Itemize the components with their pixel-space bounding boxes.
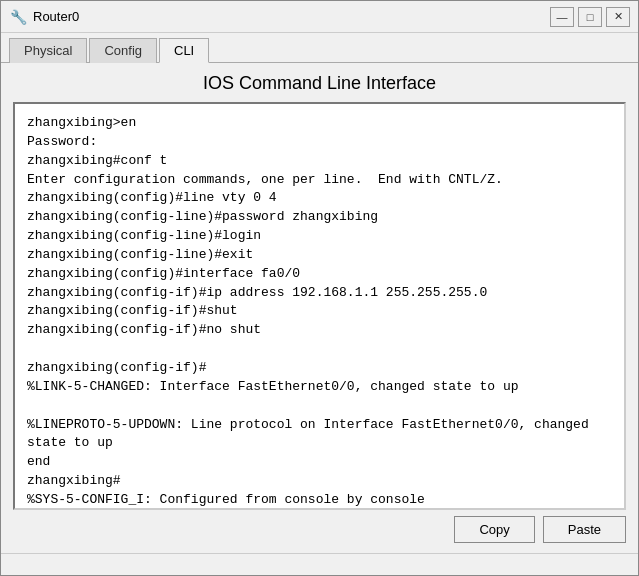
content-area: zhangxibing>en Password: zhangxibing#con… bbox=[1, 102, 638, 553]
maximize-button[interactable]: □ bbox=[578, 7, 602, 27]
main-window: 🔧 Router0 — □ ✕ Physical Config CLI IOS … bbox=[0, 0, 639, 576]
page-title: IOS Command Line Interface bbox=[1, 63, 638, 102]
tab-cli[interactable]: CLI bbox=[159, 38, 209, 63]
close-button[interactable]: ✕ bbox=[606, 7, 630, 27]
window-controls: — □ ✕ bbox=[550, 7, 630, 27]
app-icon: 🔧 bbox=[9, 8, 27, 26]
title-bar: 🔧 Router0 — □ ✕ bbox=[1, 1, 638, 33]
window-title: Router0 bbox=[33, 9, 79, 24]
copy-button[interactable]: Copy bbox=[454, 516, 534, 543]
title-bar-left: 🔧 Router0 bbox=[9, 8, 79, 26]
minimize-button[interactable]: — bbox=[550, 7, 574, 27]
button-bar: Copy Paste bbox=[13, 510, 626, 545]
paste-button[interactable]: Paste bbox=[543, 516, 626, 543]
tab-config[interactable]: Config bbox=[89, 38, 157, 63]
status-bar bbox=[1, 553, 638, 575]
tab-bar: Physical Config CLI bbox=[1, 33, 638, 63]
tab-physical[interactable]: Physical bbox=[9, 38, 87, 63]
terminal-output[interactable]: zhangxibing>en Password: zhangxibing#con… bbox=[15, 104, 624, 508]
terminal-wrapper: zhangxibing>en Password: zhangxibing#con… bbox=[13, 102, 626, 510]
